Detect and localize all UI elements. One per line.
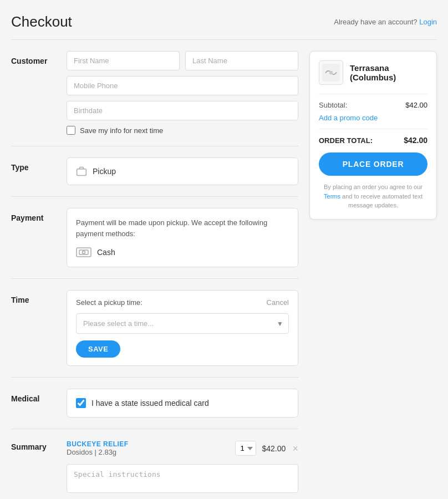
page-wrapper: Checkout Already have an account? Login … [0,0,448,499]
customer-section: Customer Save my info for next time [11,51,298,146]
save-info-row: Save my info for next time [67,126,298,135]
medical-section: Medical I have a state issued medical ca… [11,389,298,429]
time-select[interactable]: Please select a time... [76,313,289,334]
terms-prefix: By placing an order you agree to our [324,184,422,190]
type-section: Type Pickup [11,157,298,197]
first-name-input[interactable] [67,51,180,70]
name-row [67,51,298,70]
type-label: Type [11,157,55,185]
subtotal-row: Subtotal: $42.00 [319,101,427,109]
item-price: $42.00 [262,444,287,453]
store-name: Terrasana (Columbus) [350,63,427,82]
save-time-button[interactable]: SAVE [76,340,120,358]
last-name-input[interactable] [185,51,298,70]
customer-label: Customer [11,51,55,135]
save-info-label[interactable]: Save my info for next time [80,126,163,135]
payment-label: Payment [11,208,55,267]
payment-description: Payment will be made upon pickup. We acc… [76,217,289,239]
login-link[interactable]: Login [419,18,437,26]
quantity-wrapper: 1 2 3 [235,441,256,456]
medical-box: I have a state issued medical card [67,389,298,417]
order-divider-1 [319,94,427,94]
login-prompt-text: Already have an account? [334,18,417,26]
svg-point-3 [83,251,85,254]
terms-link[interactable]: Terms [324,193,340,200]
pickup-icon [76,166,87,177]
time-label: Time [11,290,55,366]
item-detail: Dosidos | 2.83g [67,448,230,456]
special-instructions-input[interactable] [67,464,298,493]
subtotal-label: Subtotal: [319,101,347,109]
medical-checkbox-row: I have a state issued medical card [76,398,289,408]
medical-label: Medical [11,389,55,417]
promo-link[interactable]: Add a promo code [319,114,427,122]
type-content: Pickup [67,157,298,185]
svg-rect-1 [77,248,91,257]
svg-point-5 [329,71,333,74]
place-order-button[interactable]: PLACE ORDER [319,152,427,176]
payment-section: Payment Payment will be made upon pickup… [11,208,298,279]
medical-card-label[interactable]: I have a state issued medical card [91,399,209,408]
order-total-row: ORDER TOTAL: $42.00 [319,136,427,145]
time-content: Select a pickup time: Cancel Please sele… [67,290,298,366]
medical-card-checkbox[interactable] [76,398,86,408]
birthdate-input[interactable] [67,101,298,120]
page-title: Checkout [11,13,72,30]
payment-content: Payment will be made upon pickup. We acc… [67,208,298,267]
time-select-wrapper: Please select a time... ▼ [76,313,289,334]
quantity-select[interactable]: 1 2 3 [235,441,256,456]
time-header: Select a pickup time: Cancel [76,298,289,307]
payment-method-label: Cash [97,248,115,257]
terms-suffix: and to receive automated text message up… [342,193,422,209]
type-value: Pickup [93,167,116,176]
summary-section: Summary BUCKEYE RELIEF Dosidos | 2.83g 1… [11,440,298,495]
time-box: Select a pickup time: Cancel Please sele… [67,290,298,366]
payment-box: Payment will be made upon pickup. We acc… [67,208,298,267]
header-divider [11,39,437,40]
page-header: Checkout Already have an account? Login [11,13,437,30]
summary-content: BUCKEYE RELIEF Dosidos | 2.83g 1 2 3 $42… [67,440,298,495]
order-panel: Terrasana (Columbus) Subtotal: $42.00 Ad… [309,51,437,220]
order-total-label: ORDER TOTAL: [319,136,373,145]
order-total-value: $42.00 [404,136,427,145]
item-name: BUCKEYE RELIEF [67,440,230,448]
customer-content: Save my info for next time [67,51,298,135]
mobile-phone-input[interactable] [67,76,298,95]
time-section: Time Select a pickup time: Cancel Please… [11,290,298,378]
type-box: Pickup [67,157,298,185]
medical-content: I have a state issued medical card [67,389,298,417]
subtotal-value: $42.00 [405,101,427,109]
time-select-label: Select a pickup time: [76,298,142,307]
main-layout: Customer Save my info for next time [11,51,437,499]
svg-rect-0 [77,169,86,176]
left-column: Customer Save my info for next time [11,51,298,499]
payment-method-row: Cash [76,247,289,258]
right-column: Terrasana (Columbus) Subtotal: $42.00 Ad… [309,51,437,220]
save-info-checkbox[interactable] [67,126,75,135]
store-logo [319,60,343,85]
terms-text: By placing an order you agree to our Ter… [319,182,427,210]
summary-item-info: BUCKEYE RELIEF Dosidos | 2.83g [67,440,230,456]
summary-item: BUCKEYE RELIEF Dosidos | 2.83g 1 2 3 $42… [67,440,298,456]
time-cancel-link[interactable]: Cancel [267,298,289,307]
login-prompt: Already have an account? Login [334,18,437,26]
summary-label: Summary [11,440,55,495]
store-header: Terrasana (Columbus) [319,60,427,85]
remove-item-button[interactable]: × [292,444,298,454]
order-divider-2 [319,129,427,129]
cash-icon [76,247,91,258]
